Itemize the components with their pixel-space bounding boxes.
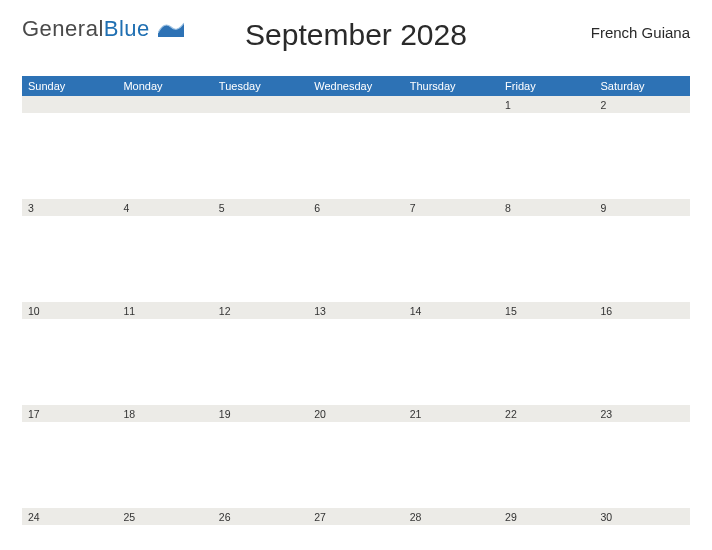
- week-row: 10 11 12 13 14 15 16: [22, 302, 690, 405]
- date-cell: 27: [308, 511, 403, 523]
- date-cell: 13: [308, 305, 403, 317]
- week-body: [22, 113, 690, 199]
- date-cell: 17: [22, 408, 117, 420]
- date-number-row: 17 18 19 20 21 22 23: [22, 405, 690, 422]
- week-body: [22, 422, 690, 508]
- week-row: 1 2: [22, 96, 690, 199]
- date-cell: 25: [117, 511, 212, 523]
- day-header: Wednesday: [308, 80, 403, 92]
- week-row: 17 18 19 20 21 22 23: [22, 405, 690, 508]
- date-cell: 10: [22, 305, 117, 317]
- date-cell: 23: [595, 408, 690, 420]
- header: GeneralBlue September 2028 French Guiana: [22, 10, 690, 70]
- week-row: 24 25 26 27 28 29 30: [22, 508, 690, 550]
- day-header-row: Sunday Monday Tuesday Wednesday Thursday…: [22, 76, 690, 96]
- date-number-row: 1 2: [22, 96, 690, 113]
- week-body: [22, 319, 690, 405]
- date-cell: 21: [404, 408, 499, 420]
- day-header: Sunday: [22, 80, 117, 92]
- date-cell: 8: [499, 202, 594, 214]
- day-header: Friday: [499, 80, 594, 92]
- date-cell: 26: [213, 511, 308, 523]
- day-header: Monday: [117, 80, 212, 92]
- calendar: Sunday Monday Tuesday Wednesday Thursday…: [22, 76, 690, 550]
- date-cell: 18: [117, 408, 212, 420]
- date-cell: 7: [404, 202, 499, 214]
- date-cell: 1: [499, 99, 594, 111]
- date-cell: 4: [117, 202, 212, 214]
- date-cell: 24: [22, 511, 117, 523]
- day-header: Saturday: [595, 80, 690, 92]
- date-cell: 28: [404, 511, 499, 523]
- date-cell: 30: [595, 511, 690, 523]
- date-cell: 16: [595, 305, 690, 317]
- date-cell: 12: [213, 305, 308, 317]
- date-cell: 11: [117, 305, 212, 317]
- date-cell: 19: [213, 408, 308, 420]
- date-cell: 3: [22, 202, 117, 214]
- date-cell: 5: [213, 202, 308, 214]
- date-cell: 6: [308, 202, 403, 214]
- date-number-row: 10 11 12 13 14 15 16: [22, 302, 690, 319]
- region-label: French Guiana: [591, 24, 690, 41]
- day-header: Thursday: [404, 80, 499, 92]
- week-body: [22, 525, 690, 550]
- date-cell: 15: [499, 305, 594, 317]
- week-row: 3 4 5 6 7 8 9: [22, 199, 690, 302]
- date-cell: 14: [404, 305, 499, 317]
- date-cell: 9: [595, 202, 690, 214]
- date-cell: 22: [499, 408, 594, 420]
- date-number-row: 3 4 5 6 7 8 9: [22, 199, 690, 216]
- date-cell: 20: [308, 408, 403, 420]
- day-header: Tuesday: [213, 80, 308, 92]
- date-cell: 29: [499, 511, 594, 523]
- date-cell: 2: [595, 99, 690, 111]
- date-number-row: 24 25 26 27 28 29 30: [22, 508, 690, 525]
- week-body: [22, 216, 690, 302]
